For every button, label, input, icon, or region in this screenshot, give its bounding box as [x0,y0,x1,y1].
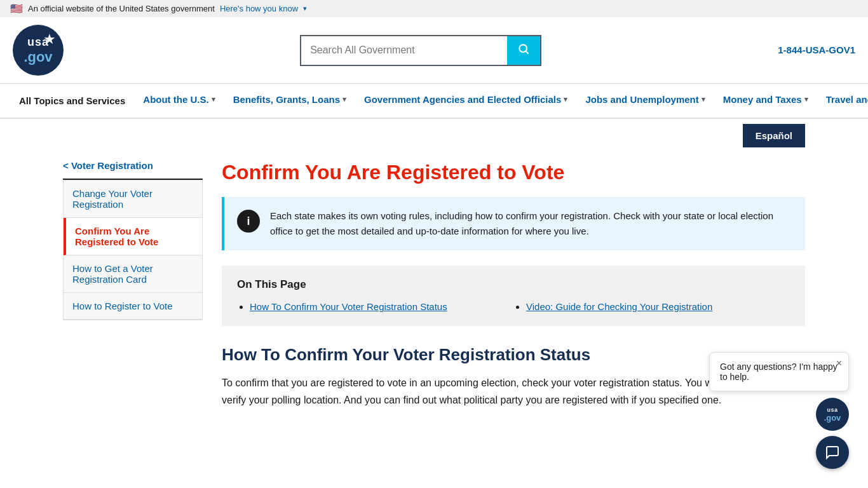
nav-item-all-topics[interactable]: All Topics and Services [10,84,134,118]
chevron-down-icon: ▾ [342,95,346,104]
search-icon [517,43,530,55]
info-box: i Each state makes its own voting rules,… [222,197,805,250]
chat-bubble: × Got any questions? I'm happy to help. [709,352,849,391]
on-this-page-heading: On This Page [237,278,790,291]
chat-logo-usa: usa [824,407,841,413]
info-icon: i [237,210,260,233]
on-this-page-item-1: How To Confirm Your Voter Registration S… [250,300,513,313]
sidebar-item-get-card: How to Get a Voter Registration Card [64,255,202,293]
svg-line-1 [526,51,529,53]
chat-logo-gov: .gov [824,413,841,423]
chat-widget: × Got any questions? I'm happy to help. … [709,352,849,431]
nav-item-money[interactable]: Money and Taxes ▾ [714,84,817,118]
chevron-down-icon: ▾ [564,95,567,104]
page-body: Voter Registration Change Your Voter Reg… [53,147,815,431]
nav-item-travel[interactable]: Travel and Immigration ▾ [817,84,868,118]
nav-item-about[interactable]: About the U.S. ▾ [134,84,224,118]
chevron-down-icon: ▾ [212,95,215,104]
sidebar: Voter Registration Change Your Voter Reg… [63,160,203,419]
espanol-bar: Español [53,119,815,147]
sidebar-back-link[interactable]: Voter Registration [63,160,203,171]
svg-point-0 [519,44,527,52]
heres-how-you-know-link[interactable]: Here's how you know [220,4,298,13]
main-nav: All Topics and Services About the U.S. ▾… [0,84,868,119]
search-box [300,35,541,66]
sidebar-item-register-to-vote: How to Register to Vote [64,293,202,320]
chat-avatar[interactable]: usa .gov [816,398,849,431]
nav-item-jobs[interactable]: Jobs and Unemployment ▾ [576,84,714,118]
search-input[interactable] [301,36,507,65]
on-this-page-item-2: Video: Guide for Checking Your Registrat… [526,300,790,313]
chat-bubble-text: Got any questions? I'm happy to help. [720,362,838,382]
on-this-page-link-2[interactable]: Video: Guide for Checking Your Registrat… [526,301,712,312]
site-header: ★ usa .gov 1-844-USA-GOV1 [0,17,868,84]
phone-link[interactable]: 1-844-USA-GOV1 [778,44,855,55]
sidebar-item-change-voter: Change Your Voter Registration [64,180,202,218]
sidebar-link-register-to-vote[interactable]: How to Register to Vote [64,293,202,320]
sidebar-link-confirm-voter[interactable]: Confirm You Are Registered to Vote [64,218,202,255]
sidebar-item-confirm-voter: Confirm You Are Registered to Vote [64,218,202,255]
sidebar-nav: Change Your Voter Registration Confirm Y… [63,180,203,320]
search-button[interactable] [507,36,540,65]
on-this-page-box: On This Page How To Confirm Your Voter R… [222,266,805,326]
info-box-text: Each state makes its own voting rules, i… [270,208,792,239]
page-title: Confirm You Are Registered to Vote [222,160,805,184]
on-this-page-link-1[interactable]: How To Confirm Your Voter Registration S… [250,301,447,312]
espanol-button[interactable]: Español [743,124,805,147]
nav-item-benefits[interactable]: Benefits, Grants, Loans ▾ [224,84,355,118]
gov-banner-text: An official website of the United States… [28,4,215,13]
sidebar-link-change-voter[interactable]: Change Your Voter Registration [64,180,202,218]
usagov-logo: ★ usa .gov [13,25,64,76]
search-area [76,35,765,66]
chevron-down-icon: ▾ [303,4,307,13]
logo-gov-text: .gov [24,49,52,65]
sidebar-link-get-card[interactable]: How to Get a Voter Registration Card [64,255,202,293]
nav-item-government-agencies[interactable]: Government Agencies and Elected Official… [355,84,576,118]
gov-banner: 🇺🇸 An official website of the United Sta… [0,0,868,17]
chevron-down-icon: ▾ [702,95,705,104]
logo-area: ★ usa .gov [13,25,64,76]
phone-area: 1-844-USA-GOV1 [778,44,855,56]
chat-close-button[interactable]: × [836,358,842,369]
on-this-page-list: How To Confirm Your Voter Registration S… [237,300,790,313]
us-flag-icon: 🇺🇸 [10,3,23,15]
chevron-down-icon: ▾ [804,95,808,104]
